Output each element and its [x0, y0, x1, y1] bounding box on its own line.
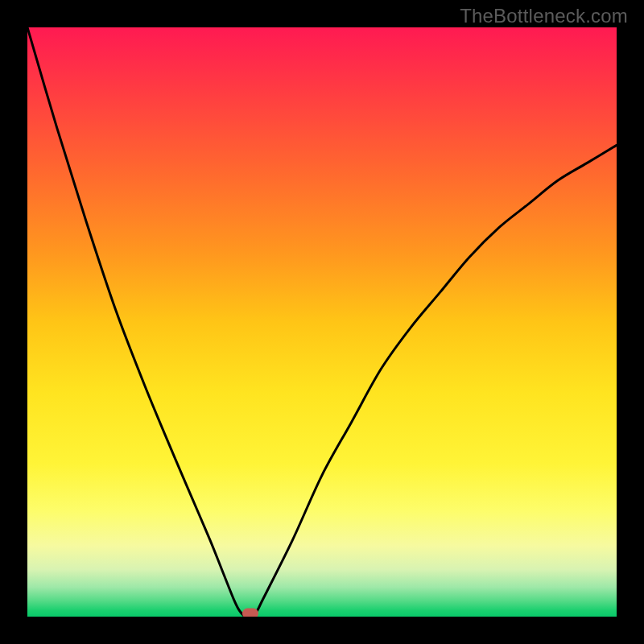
bottleneck-curve: [27, 27, 617, 617]
watermark-text: TheBottleneck.com: [460, 5, 628, 27]
plot-area: [27, 27, 617, 617]
curve-layer: [27, 27, 617, 617]
chart-frame: TheBottleneck.com: [0, 0, 644, 644]
optimal-marker: [242, 609, 258, 617]
